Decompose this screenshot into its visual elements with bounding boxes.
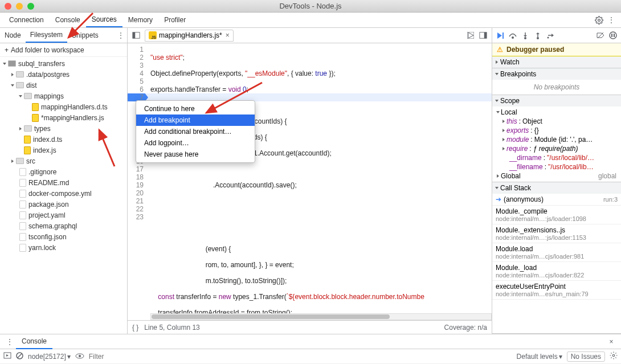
resume-button[interactable] <box>495 30 506 41</box>
scope-var[interactable]: __filename: "/usr/local/lib… <box>495 162 619 171</box>
scope-section-header[interactable]: Scope <box>492 95 621 107</box>
close-tab-icon[interactable]: × <box>226 31 230 39</box>
horizontal-scrollbar[interactable] <box>150 313 492 320</box>
callstack-frame[interactable]: ➔ (anonymous)run:3 <box>492 194 621 206</box>
tree-file[interactable]: project.yaml <box>0 210 127 220</box>
log-levels-dropdown[interactable]: Default levels ▾ <box>517 353 562 361</box>
ctx-add-logpoint[interactable]: Add logpoint… <box>136 137 255 149</box>
tab-sources[interactable]: Sources <box>86 13 122 27</box>
toggle-debugger-icon[interactable] <box>477 29 489 42</box>
pause-exceptions-button[interactable] <box>607 30 619 41</box>
callstack-frame[interactable]: Module.loadnode:internal/m…cjs/loader:98… <box>492 243 621 262</box>
tab-memory[interactable]: Memory <box>122 13 158 27</box>
code-editor[interactable]: 1234567 1617181920212223 "use strict"; O… <box>128 43 492 320</box>
tree-file[interactable]: index.js <box>0 145 127 156</box>
step-button[interactable] <box>545 30 556 41</box>
scope-var[interactable]: __dirname: "/usr/local/lib/… <box>495 153 619 162</box>
drawer-more-icon[interactable]: ⋮ <box>3 336 16 348</box>
settings-icon[interactable] <box>593 14 605 26</box>
scope-var[interactable]: this: Object <box>495 117 619 126</box>
scope-local[interactable]: Local <box>495 108 619 117</box>
context-selector[interactable]: node[25172] ▾ <box>28 353 71 361</box>
window-titlebar: DevTools - Node.js <box>0 0 621 13</box>
add-folder-button[interactable]: + Add folder to workspace <box>0 43 127 57</box>
pretty-print-icon[interactable]: { } <box>132 324 138 332</box>
add-folder-label: Add folder to workspace <box>11 46 84 54</box>
tree-file[interactable]: *mappingHandlers.js <box>0 112 127 123</box>
more-icon[interactable]: ⋮ <box>605 14 618 26</box>
zoom-window-button[interactable] <box>27 3 34 10</box>
drawer-console-tab[interactable]: Console <box>16 334 52 349</box>
ctx-add-conditional-breakpoint[interactable]: Add conditional breakpoint… <box>136 126 255 137</box>
current-frame-icon: ➔ <box>496 195 501 203</box>
tree-file[interactable]: yarn.lock <box>0 242 127 253</box>
tab-connection[interactable]: Connection <box>3 13 50 27</box>
svg-point-26 <box>79 355 81 357</box>
tree-file[interactable]: mappingHandlers.d.ts <box>0 101 127 112</box>
file-tab-label: mappingHandlers.js* <box>159 31 222 39</box>
svg-point-0 <box>598 19 600 21</box>
live-expression-icon[interactable] <box>75 353 84 361</box>
tree-file[interactable]: schema.graphql <box>0 220 127 231</box>
tree-folder[interactable]: .data/postgres <box>0 69 127 80</box>
file-icon <box>19 201 26 208</box>
close-window-button[interactable] <box>5 3 11 10</box>
tree-folder[interactable]: dist <box>0 80 127 91</box>
navtab-node[interactable]: Node <box>0 28 26 43</box>
callstack-frame[interactable]: executeUserEntryPointnode:internal/m…es/… <box>492 281 621 300</box>
file-tab[interactable]: mappingHandlers.js* × <box>145 30 234 42</box>
breakpoints-section-header[interactable]: Breakpoints <box>492 68 621 80</box>
issues-button[interactable]: No Issues <box>567 351 605 362</box>
tree-folder[interactable]: mappings <box>0 91 127 101</box>
js-file-icon <box>24 136 31 144</box>
scope-var[interactable]: require: ƒ require(path) <box>495 144 619 153</box>
scope-var[interactable]: exports: {} <box>495 126 619 135</box>
ctx-add-breakpoint[interactable]: Add breakpoint <box>136 114 255 126</box>
tab-console[interactable]: Console <box>50 13 86 27</box>
tree-file[interactable]: .gitignore <box>0 166 127 177</box>
ctx-continue-to-here[interactable]: Continue to here <box>136 103 255 114</box>
minimize-window-button[interactable] <box>16 3 23 10</box>
tree-folder[interactable]: subql_transfers <box>0 58 127 69</box>
step-out-button[interactable] <box>532 30 544 41</box>
svg-point-9 <box>512 36 514 39</box>
tree-file[interactable]: tsconfig.json <box>0 231 127 242</box>
tree-folder[interactable]: src <box>0 156 127 166</box>
deactivate-breakpoints-button[interactable] <box>595 30 606 41</box>
watch-section-header[interactable]: Watch <box>492 56 621 68</box>
step-over-button[interactable] <box>507 30 518 41</box>
toggle-navigator-icon[interactable] <box>130 29 142 42</box>
tree-folder[interactable]: types <box>0 123 127 134</box>
tree-file[interactable]: README.md <box>0 177 127 188</box>
navtab-filesystem[interactable]: Filesystem <box>26 28 67 43</box>
step-into-button[interactable] <box>520 30 531 41</box>
callstack-frame[interactable]: Module._compilenode:internal/m…:js/loade… <box>492 206 621 224</box>
nav-more-icon[interactable]: ⋮ <box>115 29 127 42</box>
navtab-snippets[interactable]: Snippets <box>67 28 103 43</box>
callstack-frame[interactable]: Module._extensions..jsnode:internal/m…:j… <box>492 224 621 243</box>
svg-line-24 <box>18 354 22 358</box>
js-file-icon <box>149 31 157 39</box>
console-filter-input[interactable] <box>89 353 512 361</box>
run-snippet-icon[interactable] <box>464 29 477 42</box>
svg-marker-12 <box>536 32 540 34</box>
ctx-never-pause-here[interactable]: Never pause here <box>136 149 255 160</box>
close-drawer-icon[interactable]: × <box>605 336 618 348</box>
tab-profiler[interactable]: Profiler <box>158 13 191 27</box>
console-settings-icon[interactable] <box>610 351 618 361</box>
file-icon <box>19 179 26 187</box>
svg-point-18 <box>610 32 616 39</box>
scope-var[interactable]: module: Module {id: '.', pa… <box>495 135 619 144</box>
svg-marker-7 <box>497 32 502 39</box>
tree-file[interactable]: docker-compose.yml <box>0 188 127 199</box>
svg-marker-3 <box>468 32 473 38</box>
scope-global[interactable]: Globalglobal <box>495 171 619 181</box>
tree-file[interactable]: index.d.ts <box>0 134 127 145</box>
toggle-sidebar-icon[interactable] <box>3 352 11 361</box>
callstack-frame[interactable]: Module._loadnode:internal/m…cjs/loader:8… <box>492 262 621 281</box>
svg-marker-10 <box>524 35 527 37</box>
tree-file[interactable]: package.json <box>0 199 127 210</box>
clear-console-icon[interactable] <box>16 352 23 361</box>
callstack-section-header[interactable]: Call Stack <box>492 182 621 194</box>
window-title: DevTools - Node.js <box>0 2 621 10</box>
